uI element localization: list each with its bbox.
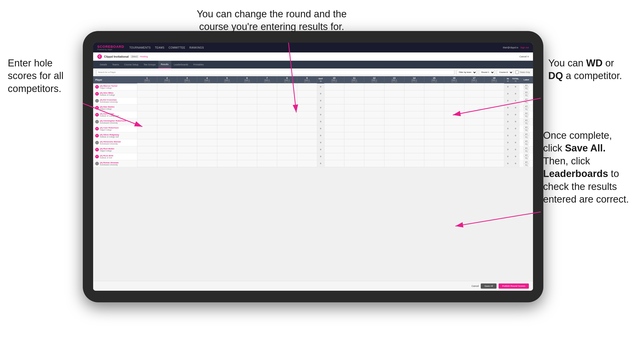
score-input[interactable] bbox=[238, 119, 257, 125]
hole-13-score[interactable] bbox=[384, 83, 404, 90]
hole-6-score[interactable] bbox=[237, 132, 257, 139]
hole-12-score[interactable] bbox=[364, 90, 384, 97]
tab-printables[interactable]: Printables bbox=[191, 61, 206, 68]
score-input[interactable] bbox=[405, 84, 424, 90]
hole-14-score[interactable] bbox=[404, 132, 424, 139]
score-input[interactable] bbox=[138, 105, 157, 111]
tab-course-setup[interactable]: Course Setup bbox=[122, 61, 141, 68]
hole-13-score[interactable] bbox=[384, 160, 404, 167]
hole-4-score[interactable] bbox=[197, 153, 217, 160]
hole-8-score[interactable] bbox=[277, 153, 297, 160]
score-input[interactable] bbox=[197, 154, 217, 159]
sign-out-link[interactable]: Sign out bbox=[520, 46, 529, 49]
score-input[interactable] bbox=[485, 105, 504, 111]
hole-16-score[interactable] bbox=[444, 83, 464, 90]
hole-14-score[interactable] bbox=[404, 90, 424, 97]
hole-12-score[interactable] bbox=[364, 125, 384, 132]
search-input[interactable] bbox=[96, 70, 454, 75]
hole-6-score[interactable] bbox=[237, 153, 257, 160]
hole-7-score[interactable] bbox=[257, 104, 277, 111]
tab-results[interactable]: Results bbox=[158, 61, 171, 68]
hole-1-score[interactable] bbox=[137, 104, 157, 111]
hole-7-score[interactable] bbox=[257, 132, 277, 139]
score-input[interactable] bbox=[197, 161, 217, 166]
score-input[interactable] bbox=[197, 84, 217, 90]
score-input[interactable] bbox=[197, 112, 217, 118]
dq-button[interactable]: DQ bbox=[524, 101, 529, 104]
hole-17-score[interactable] bbox=[464, 104, 484, 111]
score-input[interactable] bbox=[485, 154, 504, 159]
hole-9-score[interactable] bbox=[297, 83, 317, 90]
hole-16-score[interactable] bbox=[444, 153, 464, 160]
hole-11-score[interactable] bbox=[344, 132, 364, 139]
hole-14-score[interactable] bbox=[404, 160, 424, 167]
score-input[interactable] bbox=[385, 84, 404, 90]
score-input[interactable] bbox=[158, 98, 177, 104]
hole-9-score[interactable] bbox=[297, 90, 317, 97]
score-input[interactable] bbox=[365, 84, 384, 90]
hole-16-score[interactable] bbox=[444, 160, 464, 167]
score-input[interactable] bbox=[218, 140, 237, 145]
hole-2-score[interactable] bbox=[157, 97, 177, 104]
hole-1-score[interactable] bbox=[137, 146, 157, 153]
score-input[interactable] bbox=[345, 91, 364, 97]
hole-6-score[interactable] bbox=[237, 104, 257, 111]
hole-18-score[interactable] bbox=[484, 160, 504, 167]
hole-11-score[interactable] bbox=[344, 146, 364, 153]
score-input[interactable] bbox=[218, 91, 237, 97]
hole-15-score[interactable] bbox=[424, 83, 444, 90]
hole-15-score[interactable] bbox=[424, 118, 444, 125]
score-input[interactable] bbox=[177, 140, 197, 145]
score-input[interactable] bbox=[385, 133, 404, 139]
hole-12-score[interactable] bbox=[364, 111, 384, 118]
score-input[interactable] bbox=[425, 105, 444, 111]
hole-12-score[interactable] bbox=[364, 146, 384, 153]
hole-5-score[interactable] bbox=[217, 125, 237, 132]
score-input[interactable] bbox=[345, 84, 364, 90]
score-input[interactable] bbox=[445, 154, 464, 159]
score-input[interactable] bbox=[485, 133, 504, 139]
hole-8-score[interactable] bbox=[277, 97, 297, 104]
hole-10-score[interactable] bbox=[324, 146, 344, 153]
hole-18-score[interactable] bbox=[484, 125, 504, 132]
save-all-button[interactable]: Save All bbox=[481, 283, 497, 289]
score-input[interactable] bbox=[325, 154, 344, 159]
hole-2-score[interactable] bbox=[157, 83, 177, 90]
score-input[interactable] bbox=[365, 147, 384, 152]
hole-18-score[interactable] bbox=[484, 153, 504, 160]
score-input[interactable] bbox=[345, 112, 364, 118]
score-input[interactable] bbox=[465, 84, 484, 90]
hole-18-score[interactable] bbox=[484, 132, 504, 139]
hole-8-score[interactable] bbox=[277, 104, 297, 111]
score-input[interactable] bbox=[325, 105, 344, 111]
hole-11-score[interactable] bbox=[344, 125, 364, 132]
tab-leaderboards[interactable]: Leaderboards bbox=[171, 61, 191, 68]
hole-7-score[interactable] bbox=[257, 125, 277, 132]
hole-6-score[interactable] bbox=[237, 139, 257, 146]
score-input[interactable] bbox=[277, 112, 297, 118]
score-input[interactable] bbox=[385, 161, 404, 166]
hole-16-score[interactable] bbox=[444, 104, 464, 111]
hole-5-score[interactable] bbox=[217, 104, 237, 111]
hole-10-score[interactable] bbox=[324, 125, 344, 132]
score-input[interactable] bbox=[197, 91, 217, 97]
score-input[interactable] bbox=[257, 91, 277, 97]
score-input[interactable] bbox=[238, 91, 257, 97]
publish-button[interactable]: Publish Round Scores bbox=[499, 283, 529, 289]
score-input[interactable] bbox=[177, 98, 197, 104]
hole-7-score[interactable] bbox=[257, 139, 277, 146]
hole-8-score[interactable] bbox=[277, 146, 297, 153]
score-input[interactable] bbox=[345, 119, 364, 125]
hole-12-score[interactable] bbox=[364, 132, 384, 139]
hole-5-score[interactable] bbox=[217, 160, 237, 167]
score-input[interactable] bbox=[298, 112, 317, 118]
score-input[interactable] bbox=[325, 112, 344, 118]
hole-3-score[interactable] bbox=[177, 139, 197, 146]
score-input[interactable] bbox=[465, 161, 484, 166]
hole-4-score[interactable] bbox=[197, 111, 217, 118]
hole-2-score[interactable] bbox=[157, 118, 177, 125]
filter-team-select[interactable]: Filter by team bbox=[456, 70, 477, 75]
hole-4-score[interactable] bbox=[197, 160, 217, 167]
score-input[interactable] bbox=[485, 98, 504, 104]
hole-1-score[interactable] bbox=[137, 111, 157, 118]
